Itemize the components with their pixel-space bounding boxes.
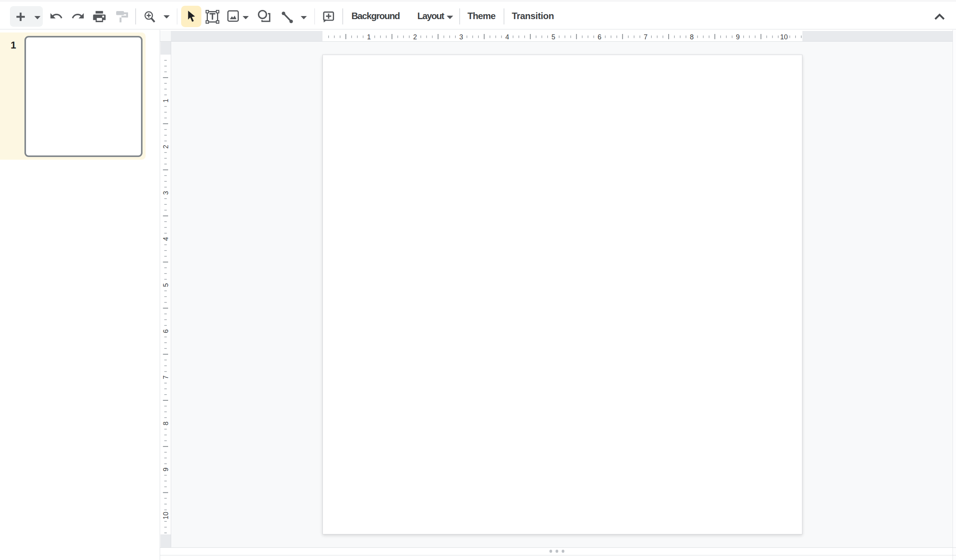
svg-text:9: 9 xyxy=(736,33,740,41)
svg-text:4: 4 xyxy=(506,33,509,41)
svg-text:1: 1 xyxy=(367,33,371,41)
svg-text:10: 10 xyxy=(162,512,170,520)
svg-text:7: 7 xyxy=(162,375,170,379)
svg-text:5: 5 xyxy=(551,33,555,41)
svg-text:5: 5 xyxy=(162,283,170,287)
svg-text:2: 2 xyxy=(162,145,170,149)
svg-text:7: 7 xyxy=(644,33,648,41)
svg-text:6: 6 xyxy=(162,329,170,333)
svg-text:2: 2 xyxy=(413,33,417,41)
svg-text:3: 3 xyxy=(459,33,463,41)
svg-text:8: 8 xyxy=(690,33,694,41)
svg-text:10: 10 xyxy=(780,33,788,41)
svg-text:3: 3 xyxy=(162,191,170,195)
svg-text:4: 4 xyxy=(162,237,170,241)
svg-text:1: 1 xyxy=(162,99,170,102)
svg-text:6: 6 xyxy=(598,33,601,41)
svg-text:9: 9 xyxy=(162,468,170,471)
svg-text:8: 8 xyxy=(162,421,170,425)
